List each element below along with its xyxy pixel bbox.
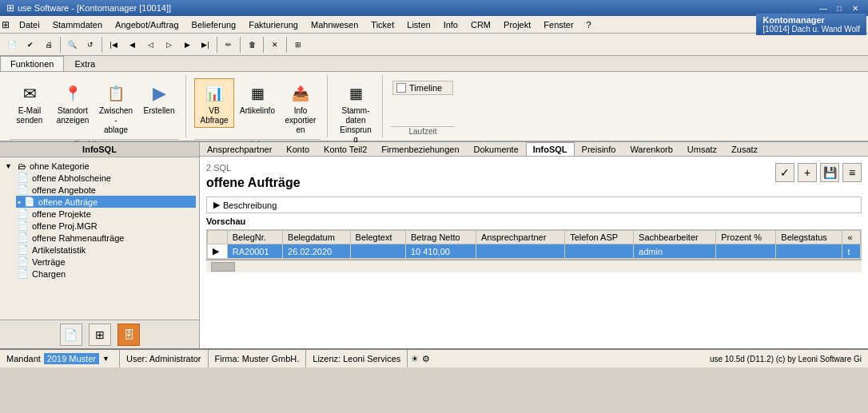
tree-item-rahmenauftraege[interactable]: 📄 offene Rahmenaufträge — [16, 232, 196, 244]
menu-info[interactable]: Info — [437, 17, 464, 33]
menu-ticket[interactable]: Ticket — [364, 17, 400, 33]
left-btn-new-doc[interactable]: 📄 — [60, 324, 82, 346]
ribbon-btn-email[interactable]: ✉ E-Mailsenden — [10, 78, 50, 128]
menu-projekt[interactable]: Projekt — [497, 17, 537, 33]
tb-next2[interactable]: ▷ — [160, 36, 177, 54]
col-telefon[interactable]: Telefon ASP — [565, 231, 634, 244]
tab-firmenbeziehungen[interactable]: Firmenbeziehungen — [374, 142, 466, 156]
horizontal-scrollbar[interactable] — [206, 260, 862, 272]
tree-item-auftraege[interactable]: • 📄 offene Aufträge — [16, 196, 196, 208]
menu-mahnwesen[interactable]: Mahnwesen — [305, 17, 364, 33]
col-betrag[interactable]: Betrag Netto — [405, 231, 476, 244]
scroll-thumb[interactable] — [211, 262, 235, 272]
tree-expand-icon[interactable]: ▼ — [5, 162, 14, 170]
tree-item-chargen[interactable]: 📄 Chargen — [16, 268, 196, 280]
tb-first[interactable]: |◀ — [105, 36, 122, 54]
tb-grid[interactable]: ⊞ — [289, 36, 307, 54]
tb-new[interactable]: 📄 — [3, 36, 21, 54]
content-toolbar: ✓ + 💾 ≡ — [775, 163, 862, 182]
title-bar-right[interactable]: — □ ✕ — [817, 2, 862, 14]
content-tabs: Ansprechpartner Konto Konto Teil2 Firmen… — [200, 142, 868, 157]
tree-item-projmgr[interactable]: 📄 offene Proj.MGR — [16, 220, 196, 232]
menu-fenster[interactable]: Fenster — [537, 17, 579, 33]
tb-edit[interactable]: ✏ — [220, 36, 237, 54]
menu-datei[interactable]: Datei — [13, 17, 46, 33]
tree-item-root[interactable]: ▼ 🗁 ohne Kategorie — [3, 161, 196, 172]
col-belegstatus[interactable]: Belegstatus — [776, 231, 842, 244]
tree-item-projekte[interactable]: 📄 offene Projekte — [16, 208, 196, 220]
tree-item-angebote[interactable]: 📄 offene Angebote — [16, 184, 196, 196]
minimize-button[interactable]: — — [817, 2, 830, 14]
tb-print[interactable]: 🖨 — [40, 36, 58, 54]
menu-help[interactable]: ? — [580, 17, 598, 33]
ribbon-btn-timeline[interactable]: Timeline — [391, 78, 455, 97]
col-sachbearbeiter[interactable]: Sachbearbeiter — [634, 231, 716, 244]
tb-last[interactable]: ▶| — [197, 36, 214, 54]
tab-dokumente[interactable]: Dokumente — [467, 142, 526, 156]
ribbon-btn-standort[interactable]: 📍 Standortanzeigen — [53, 78, 93, 128]
sql-label: 2 SQL — [206, 163, 301, 173]
ribbon-tabs: Funktionen Extra — [0, 56, 868, 72]
tab-warenkorb[interactable]: Warenkorb — [623, 142, 679, 156]
ribbon-btn-zwischenablage[interactable]: 📋 Zwischen-ablage — [96, 78, 136, 137]
tb-cancel[interactable]: ✕ — [266, 36, 284, 54]
ribbon-btn-stammdaten[interactable]: ▦ Stamm-datenEinsprung — [336, 78, 376, 147]
tree-item-abholscheine[interactable]: 📄 offene Abholscheine — [16, 172, 196, 184]
table-row[interactable]: ▶ RA20001 26.02.2020 10 410,00 admin t — [208, 244, 861, 259]
ribbon-btn-erstellen[interactable]: ▶ Erstellen — [139, 78, 179, 118]
menu-fakturierung[interactable]: Fakturierung — [242, 17, 305, 33]
col-ansprechpartner[interactable]: Ansprechpartner — [476, 231, 565, 244]
mandant-label: Mandant — [6, 354, 41, 363]
menu-button[interactable]: ≡ — [842, 163, 862, 182]
menu-listen[interactable]: Listen — [400, 17, 436, 33]
menu-belieferung[interactable]: Belieferung — [185, 17, 243, 33]
tab-konto[interactable]: Konto — [279, 142, 317, 156]
ribbon-btn-info-export[interactable]: 📤 Infoexportieren — [281, 78, 321, 137]
tb-prev[interactable]: ◀ — [123, 36, 141, 54]
tab-infosql[interactable]: InfoSQL — [526, 142, 575, 156]
bullet-icon: • — [18, 197, 21, 207]
tab-konto-teil2[interactable]: Konto Teil2 — [317, 142, 374, 156]
tab-preisinfo[interactable]: Preisinfo — [575, 142, 623, 156]
tab-extra[interactable]: Extra — [64, 56, 106, 71]
doc-icon: 📄 — [18, 173, 29, 183]
col-extra[interactable]: « — [842, 231, 861, 244]
menu-angebot[interactable]: Angebot/Auftrag — [109, 17, 185, 33]
col-indicator — [208, 231, 228, 244]
col-belegtext[interactable]: Belegtext — [350, 231, 405, 244]
tb-search[interactable]: 🔍 — [63, 36, 81, 54]
close-button[interactable]: ✕ — [849, 2, 862, 14]
tb-prev2[interactable]: ◁ — [141, 36, 159, 54]
sun-icon: ☀ — [411, 354, 419, 364]
tb-refresh[interactable]: ↺ — [82, 36, 99, 54]
tb-save[interactable]: ✔ — [22, 36, 39, 54]
add-button[interactable]: + — [798, 163, 817, 182]
cell-ansprechpartner — [476, 244, 565, 259]
col-belegNr[interactable]: BelegNr. — [227, 231, 282, 244]
tab-umsatz[interactable]: Umsatz — [680, 142, 724, 156]
beschreibung-row[interactable]: ▶ Beschreibung — [206, 197, 862, 213]
col-belegdatum[interactable]: Belegdatum — [283, 231, 350, 244]
tab-funktionen[interactable]: Funktionen — [0, 56, 64, 71]
left-btn-db[interactable]: 🗄 — [117, 324, 140, 346]
menu-crm[interactable]: CRM — [464, 17, 497, 33]
save-button[interactable]: 💾 — [820, 163, 839, 182]
menu-stammdaten[interactable]: Stammdaten — [46, 17, 109, 33]
col-prozent[interactable]: Prozent % — [716, 231, 776, 244]
tb-next[interactable]: ▶ — [178, 36, 196, 54]
left-btn-grid[interactable]: ⊞ — [89, 324, 111, 346]
data-table: BelegNr. Belegdatum Belegtext Betrag Net… — [207, 230, 861, 259]
tree-item-vertraege[interactable]: 📄 Verträge — [16, 256, 196, 268]
settings-icon[interactable]: ⚙ — [422, 354, 430, 364]
mandant-dropdown-icon[interactable]: ▼ — [102, 355, 109, 363]
right-panel: Ansprechpartner Konto Konto Teil2 Firmen… — [200, 142, 868, 348]
ribbon-btn-artikelinfo[interactable]: ▦ Artikelinfo — [237, 78, 277, 118]
tab-zusatz[interactable]: Zusatz — [724, 142, 765, 156]
timeline-checkbox[interactable] — [396, 83, 406, 93]
tb-delete[interactable]: 🗑 — [243, 36, 261, 54]
checkmark-button[interactable]: ✓ — [775, 163, 794, 182]
tree-item-artikelstatistik[interactable]: 📄 Artikelstatistik — [16, 244, 196, 256]
ribbon-btn-vb[interactable]: 📊 VBAbfrage — [194, 78, 234, 128]
maximize-button[interactable]: □ — [833, 2, 846, 14]
tab-ansprechpartner[interactable]: Ansprechpartner — [200, 142, 279, 156]
